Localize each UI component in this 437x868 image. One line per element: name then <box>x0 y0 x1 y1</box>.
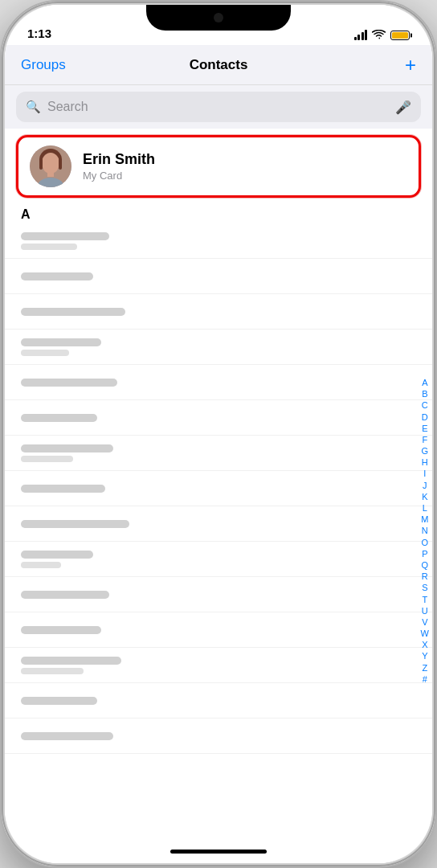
list-item[interactable] <box>5 506 432 542</box>
contact-name: Erin Smith <box>83 151 407 168</box>
list-item[interactable] <box>5 648 432 683</box>
list-item[interactable] <box>5 542 432 577</box>
alpha-letter-F[interactable]: F <box>422 435 427 445</box>
alpha-letter-Z[interactable]: Z <box>422 663 427 674</box>
alpha-letter-A[interactable]: A <box>422 378 427 388</box>
my-card-label: My Card <box>83 170 407 182</box>
alpha-letter-N[interactable]: N <box>422 526 428 536</box>
alpha-letter-K[interactable]: K <box>422 492 427 502</box>
alpha-letter-W[interactable]: W <box>421 628 429 639</box>
section-header-a: A <box>5 204 432 223</box>
search-icon: 🔍 <box>26 100 41 114</box>
alpha-letter-J[interactable]: J <box>423 481 427 491</box>
alpha-letter-S[interactable]: S <box>422 583 427 593</box>
battery-fill <box>392 32 408 39</box>
alpha-letter-C[interactable]: C <box>422 400 428 411</box>
alpha-letter-M[interactable]: M <box>421 514 428 525</box>
list-item[interactable] <box>5 436 432 471</box>
notch <box>146 5 291 31</box>
alpha-letter-T[interactable]: T <box>422 595 427 605</box>
alpha-letter-D[interactable]: D <box>422 412 428 423</box>
my-card-info: Erin Smith My Card <box>83 151 407 182</box>
add-contact-button[interactable]: + <box>284 54 416 76</box>
list-item[interactable] <box>5 365 432 400</box>
alpha-letter-P[interactable]: P <box>422 549 427 559</box>
alpha-letter-X[interactable]: X <box>422 640 427 650</box>
battery-icon <box>390 31 410 40</box>
list-item[interactable] <box>5 259 432 294</box>
alpha-letter-G[interactable]: G <box>422 446 429 457</box>
phone-frame: 1:13 <box>0 0 437 868</box>
alpha-letter-H[interactable]: H <box>422 457 428 468</box>
mic-icon[interactable]: 🎤 <box>395 100 411 115</box>
alpha-letter-U[interactable]: U <box>422 606 428 616</box>
alpha-letter-V[interactable]: V <box>422 617 427 628</box>
list-item[interactable] <box>5 577 432 612</box>
avatar <box>30 145 71 187</box>
list-item[interactable] <box>5 294 432 330</box>
screen: 1:13 <box>5 5 432 863</box>
nav-bar: Groups Contacts + <box>5 45 432 85</box>
alpha-letter-R[interactable]: R <box>422 571 428 582</box>
alpha-letter-#[interactable]: # <box>423 674 427 685</box>
home-bar <box>170 850 267 854</box>
camera <box>214 13 223 23</box>
svg-rect-4 <box>59 158 62 170</box>
mute-button[interactable] <box>0 114 2 146</box>
list-item[interactable] <box>5 612 432 648</box>
alpha-letter-Y[interactable]: Y <box>422 651 427 661</box>
list-item[interactable] <box>5 400 432 436</box>
list-item[interactable] <box>5 223 432 259</box>
list-item[interactable] <box>5 683 432 719</box>
status-icons <box>354 30 410 40</box>
volume-down-button[interactable] <box>0 227 2 275</box>
alpha-letter-L[interactable]: L <box>423 503 427 514</box>
svg-point-2 <box>42 153 59 174</box>
list-item[interactable] <box>5 719 432 754</box>
groups-button[interactable]: Groups <box>21 57 153 73</box>
wifi-icon <box>372 30 386 40</box>
alpha-letter-I[interactable]: I <box>423 469 426 479</box>
search-input[interactable]: Search <box>47 100 389 114</box>
my-card[interactable]: Erin Smith My Card <box>16 135 421 198</box>
alpha-index[interactable]: ABCDEFGHIJKLMNOPQRSTUVWXYZ# <box>421 223 429 839</box>
signal-bars-icon <box>354 30 368 40</box>
alpha-letter-B[interactable]: B <box>422 389 427 399</box>
alpha-letter-Q[interactable]: Q <box>422 560 429 571</box>
volume-up-button[interactable] <box>0 162 2 211</box>
search-bar[interactable]: 🔍 Search 🎤 <box>16 92 421 122</box>
alpha-letter-E[interactable]: E <box>422 424 427 434</box>
list-item[interactable] <box>5 471 432 506</box>
phone-inner: 1:13 <box>5 5 432 863</box>
svg-rect-3 <box>39 158 43 170</box>
list-item[interactable] <box>5 330 432 365</box>
alpha-letter-O[interactable]: O <box>422 538 429 548</box>
contacts-list[interactable]: ABCDEFGHIJKLMNOPQRSTUVWXYZ# <box>5 223 432 839</box>
search-container: 🔍 Search 🎤 <box>5 85 432 129</box>
home-indicator <box>5 839 432 863</box>
page-title: Contacts <box>153 57 284 73</box>
svg-rect-5 <box>47 172 54 177</box>
